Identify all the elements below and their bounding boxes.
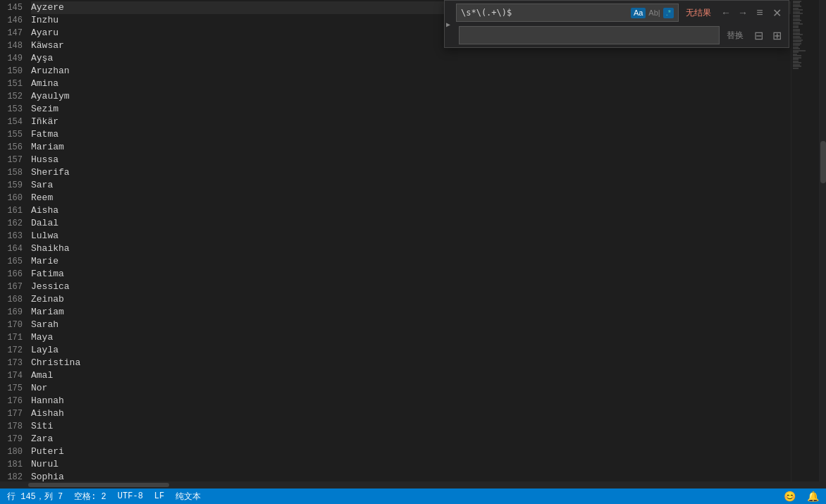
code-line: Dalal [31, 217, 791, 230]
replace-label-btn: 替换 [722, 31, 748, 39]
line-number: 179 [4, 433, 23, 445]
line-number: 162 [4, 217, 23, 230]
code-line: Aishah [31, 407, 791, 420]
line-number: 164 [4, 242, 23, 255]
code-line: Reem [31, 192, 791, 204]
line-number: 155 [4, 128, 23, 141]
search-nav: ← → ≡ ✕ [718, 5, 784, 20]
code-line: Sherifa [31, 166, 791, 179]
line-number: 167 [4, 281, 23, 293]
search-widget: ▶ Aa Ab| .* 无结果 ← → ≡ ✕ 替换 ⊟ [444, 0, 789, 48]
line-number: 148 [4, 39, 23, 52]
replace-row: 替换 ⊟ ⊞ [445, 25, 789, 47]
line-number: 150 [4, 65, 23, 78]
code-line: Sezim [31, 103, 791, 116]
more-options-button[interactable]: ≡ [752, 5, 768, 20]
line-number: 147 [4, 27, 23, 39]
line-number: 156 [4, 141, 23, 154]
code-line: Maya [31, 331, 791, 344]
line-number: 163 [4, 230, 23, 242]
line-number: 153 [4, 103, 23, 116]
line-number: 166 [4, 268, 23, 281]
status-right: 😊 🔔 [784, 491, 819, 503]
code-line: Siti [31, 420, 791, 433]
close-search-button[interactable]: ✕ [769, 5, 784, 20]
no-results-label: 无结果 [682, 7, 715, 19]
whole-word-button[interactable]: Ab| [646, 8, 662, 18]
line-number: 145 [4, 1, 23, 14]
indentation[interactable]: 空格: 2 [74, 491, 106, 503]
status-bar: 行 145，列 7 空格: 2 UTF-8 LF 纯文本 😊 🔔 [0, 488, 826, 504]
line-number: 182 [4, 471, 23, 481]
code-line: Amal [31, 369, 791, 382]
search-input-wrapper: Aa Ab| .* [456, 4, 679, 22]
code-line: Amina [31, 78, 791, 90]
line-number: 180 [4, 445, 23, 458]
h-scrollbar-thumb[interactable] [28, 483, 169, 487]
code-line: Fatima [31, 268, 791, 281]
code-line: Layla [31, 344, 791, 357]
bell-icon[interactable]: 🔔 [807, 491, 819, 503]
regex-button[interactable]: .* [663, 8, 674, 18]
line-number: 172 [4, 344, 23, 357]
line-number: 161 [4, 204, 23, 217]
minimap [791, 0, 819, 481]
line-number: 178 [4, 420, 23, 433]
code-line: Nurul [31, 458, 791, 471]
collapse-toggle[interactable]: ▶ [445, 19, 452, 30]
line-number: 160 [4, 192, 23, 204]
code-line: Marie [31, 255, 791, 268]
line-number: 174 [4, 369, 23, 382]
cursor-position[interactable]: 行 145，列 7 [7, 491, 63, 503]
code-line: Aisha [31, 204, 791, 217]
line-number: 173 [4, 357, 23, 369]
minimap-line [793, 68, 799, 69]
code-line: Zara [31, 433, 791, 445]
scrollbar-thumb[interactable] [820, 141, 826, 183]
line-number: 170 [4, 319, 23, 331]
code-line: Shaikha [31, 242, 791, 255]
code-line: Hannah [31, 395, 791, 407]
line-number: 168 [4, 293, 23, 306]
line-numbers: 1451461471481491501511521531541551561571… [0, 0, 27, 481]
search-row: ▶ Aa Ab| .* 无结果 ← → ≡ ✕ [445, 1, 789, 25]
code-line: Aruzhan [31, 65, 791, 78]
code-content: AyzereInzhuAyaruKäwsarAyşaAruzhanAminaAy… [27, 0, 791, 481]
code-line: Mariam [31, 306, 791, 319]
code-line: Zeinab [31, 293, 791, 306]
code-line: Lulwa [31, 230, 791, 242]
line-number: 176 [4, 395, 23, 407]
line-number: 165 [4, 255, 23, 268]
code-line: Ayaulym [31, 90, 791, 103]
smiley-icon[interactable]: 😊 [784, 491, 796, 503]
file-type[interactable]: 纯文本 [175, 491, 201, 503]
line-number: 151 [4, 78, 23, 90]
editor-area: 1451461471481491501511521531541551561571… [0, 0, 826, 481]
scrollbar-horizontal[interactable] [0, 481, 826, 488]
replace-all-button[interactable]: ⊞ [769, 27, 784, 43]
code-line: Iñkär [31, 116, 791, 128]
code-line: Sara [31, 179, 791, 192]
scrollbar-vertical[interactable] [819, 0, 826, 481]
line-number: 157 [4, 154, 23, 166]
line-number: 152 [4, 90, 23, 103]
line-number: 177 [4, 407, 23, 420]
code-line: Puteri [31, 445, 791, 458]
code-line: Christina [31, 357, 791, 369]
replace-one-button[interactable]: ⊟ [751, 27, 766, 43]
code-line: Ayşa [31, 52, 791, 65]
search-input[interactable] [461, 8, 631, 18]
line-number: 159 [4, 179, 23, 192]
replace-input[interactable] [464, 30, 715, 40]
line-number: 154 [4, 116, 23, 128]
line-number: 146 [4, 14, 23, 27]
line-number: 181 [4, 458, 23, 471]
prev-match-button[interactable]: ← [718, 5, 734, 20]
next-match-button[interactable]: → [735, 5, 751, 20]
encoding[interactable]: UTF-8 [118, 491, 143, 501]
replace-input-wrapper [459, 26, 720, 44]
line-number: 149 [4, 52, 23, 65]
line-ending[interactable]: LF [154, 491, 164, 501]
match-case-button[interactable]: Aa [631, 8, 646, 18]
code-line: Jessica [31, 281, 791, 293]
